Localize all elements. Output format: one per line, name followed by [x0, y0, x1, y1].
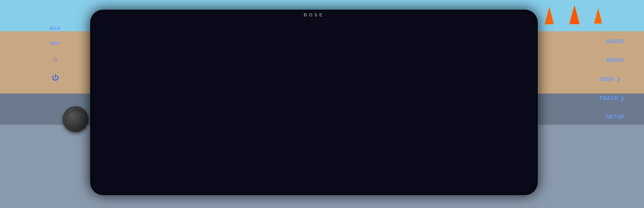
volume-knob[interactable] [63, 106, 89, 132]
left-sidebar: MAP NAV ☆ ⏻ [50, 26, 61, 82]
seek-button[interactable]: SEEK ❯ [599, 76, 625, 82]
setup-button[interactable]: SETUP [599, 114, 625, 120]
power-icon[interactable]: ⏻ [52, 74, 59, 82]
map-button[interactable]: MAP [50, 26, 61, 31]
bose-logo: BOSE [304, 12, 324, 17]
screen-bezel: BOSE [90, 10, 538, 195]
track-arrow-icon: ❯ [620, 95, 625, 101]
star-icon[interactable]: ☆ [52, 55, 59, 64]
traffic-cone-3 [594, 0, 602, 24]
right-sidebar: RADIO MEDIA SEEK ❯ TRACK ❯ SETUP [599, 39, 625, 120]
radio-button[interactable]: RADIO [599, 39, 625, 45]
nav-button[interactable]: NAV [50, 41, 61, 46]
traffic-cone-1 [545, 0, 554, 24]
track-label: TRACK [599, 95, 619, 101]
traffic-cone-2 [569, 0, 580, 24]
seek-arrow-icon: ❯ [616, 76, 620, 82]
media-button[interactable]: MEDIA [599, 57, 625, 63]
seek-label: SEEK [599, 76, 615, 82]
track-button[interactable]: TRACK ❯ [599, 95, 625, 101]
